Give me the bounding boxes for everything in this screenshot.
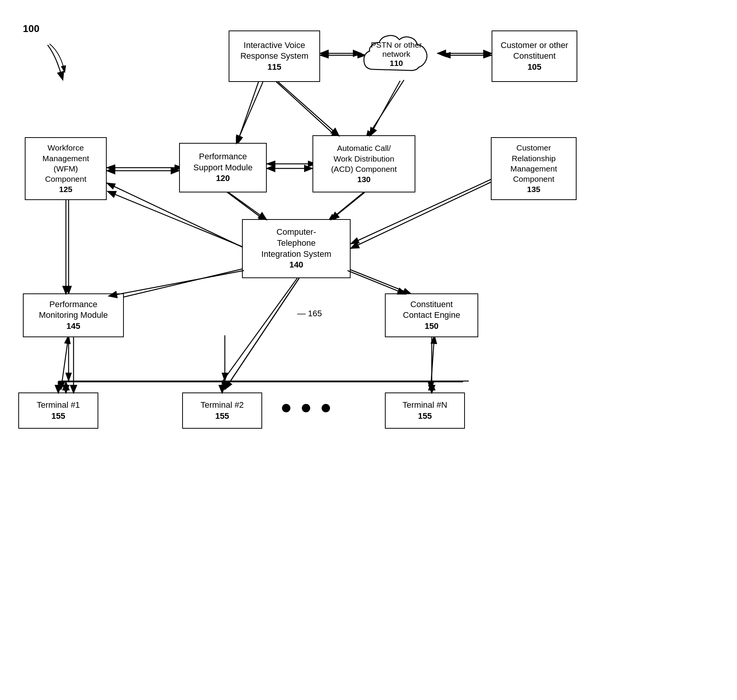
- svg-line-6: [366, 80, 404, 139]
- svg-line-20: [225, 278, 299, 389]
- crm-box: CustomerRelationshipManagementComponent1…: [491, 137, 577, 200]
- svg-line-15: [343, 267, 412, 294]
- t1-box: Terminal #1155: [18, 392, 98, 429]
- svg-line-38: [229, 192, 267, 220]
- dot-2: [302, 404, 310, 412]
- wfm-box: WorkforceManagement(WFM)Component125: [25, 137, 107, 200]
- acd-label: Automatic Call/Work Distribution(ACD) Co…: [331, 143, 397, 184]
- svg-line-12: [225, 191, 267, 222]
- svg-line-41: [348, 271, 406, 294]
- tn-label: Terminal #N155: [402, 400, 447, 421]
- svg-line-13: [107, 183, 248, 250]
- ref-165: ― 165: [297, 309, 322, 319]
- dots-row: [282, 404, 330, 412]
- ivr-box: Interactive VoiceResponse System115: [229, 30, 320, 82]
- psm-box: PerformanceSupport Module120: [179, 143, 267, 192]
- pmm-box: PerformanceMonitoring Module145: [23, 293, 124, 337]
- dot-3: [322, 404, 330, 412]
- diagram-label: 100: [23, 23, 39, 35]
- customer-box: Customer or otherConstituent105: [492, 30, 577, 82]
- svg-line-33: [278, 82, 339, 136]
- dot-1: [282, 404, 290, 412]
- pstn-label: PSTN or othernetwork110: [371, 40, 422, 68]
- crm-label: CustomerRelationshipManagementComponent1…: [510, 143, 557, 194]
- t2-box: Terminal #2155: [182, 392, 262, 429]
- pmm-label: PerformanceMonitoring Module145: [39, 299, 108, 332]
- diagram: 100: [0, 0, 737, 700]
- svg-line-37: [331, 192, 365, 220]
- svg-line-11: [328, 191, 366, 222]
- t2-label: Terminal #2155: [200, 400, 244, 421]
- svg-line-21: [431, 335, 434, 389]
- tn-box: Terminal #N155: [385, 392, 465, 429]
- svg-line-8: [236, 80, 259, 146]
- svg-line-40: [109, 271, 244, 296]
- svg-line-7: [274, 80, 339, 139]
- svg-line-14: [107, 267, 252, 301]
- psm-label: PerformanceSupport Module120: [193, 151, 252, 184]
- customer-label: Customer or otherConstituent105: [501, 40, 568, 73]
- cce-box: ConstituentContact Engine150: [385, 293, 478, 337]
- cce-label: ConstituentContact Engine150: [403, 299, 460, 332]
- pstn-cloud: PSTN or othernetwork110: [358, 27, 434, 81]
- ivr-label: Interactive VoiceResponse System115: [240, 40, 309, 73]
- cti-label: Computer-TelephoneIntegration System140: [261, 227, 331, 270]
- t1-label: Terminal #1155: [37, 400, 80, 421]
- arrows-svg: [0, 0, 737, 700]
- svg-line-34: [236, 82, 263, 144]
- main-arrows: [0, 0, 737, 700]
- svg-line-49: [222, 278, 297, 382]
- acd-box: Automatic Call/Work Distribution(ACD) Co…: [312, 135, 415, 192]
- cti-box: Computer-TelephoneIntegration System140: [242, 219, 351, 278]
- svg-line-32: [370, 81, 400, 136]
- svg-line-39: [107, 191, 243, 247]
- wfm-label: WorkforceManagement(WFM)Component125: [42, 143, 89, 194]
- svg-line-18: [61, 335, 69, 389]
- svg-line-19: [225, 278, 299, 389]
